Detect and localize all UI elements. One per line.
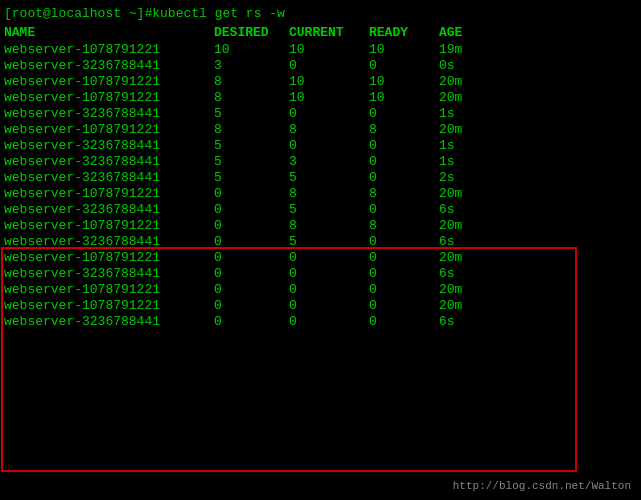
cell-current: 8 <box>289 186 369 201</box>
cell-name: webserver-3236788441 <box>4 234 214 249</box>
cell-name: webserver-3236788441 <box>4 106 214 121</box>
cell-ready: 8 <box>369 122 439 137</box>
cell-desired: 10 <box>214 42 289 57</box>
cell-name: webserver-3236788441 <box>4 202 214 217</box>
table-row: webserver-3236788441 0 0 0 6s <box>4 314 637 329</box>
cell-desired: 5 <box>214 170 289 185</box>
cell-age: 20m <box>439 218 499 233</box>
cell-current: 5 <box>289 170 369 185</box>
cell-ready: 10 <box>369 90 439 105</box>
cell-age: 2s <box>439 170 499 185</box>
cell-name: webserver-1078791221 <box>4 186 214 201</box>
cell-ready: 0 <box>369 170 439 185</box>
table-row: webserver-3236788441 0 5 0 6s <box>4 202 637 217</box>
cell-desired: 5 <box>214 106 289 121</box>
cell-current: 5 <box>289 202 369 217</box>
cell-name: webserver-1078791221 <box>4 122 214 137</box>
cell-name: webserver-3236788441 <box>4 58 214 73</box>
cell-desired: 8 <box>214 122 289 137</box>
cell-current: 10 <box>289 42 369 57</box>
cell-desired: 3 <box>214 58 289 73</box>
cell-name: webserver-1078791221 <box>4 250 214 265</box>
cell-ready: 0 <box>369 58 439 73</box>
cell-current: 0 <box>289 58 369 73</box>
cell-current: 5 <box>289 234 369 249</box>
cell-age: 20m <box>439 90 499 105</box>
cell-desired: 0 <box>214 282 289 297</box>
cell-age: 1s <box>439 138 499 153</box>
cell-ready: 0 <box>369 250 439 265</box>
cell-ready: 0 <box>369 138 439 153</box>
cell-ready: 8 <box>369 186 439 201</box>
header-current: CURRENT <box>289 25 369 40</box>
cell-ready: 0 <box>369 154 439 169</box>
cell-desired: 5 <box>214 138 289 153</box>
table-row: webserver-3236788441 0 5 0 6s <box>4 234 637 249</box>
cell-current: 0 <box>289 106 369 121</box>
cell-age: 6s <box>439 266 499 281</box>
cell-current: 0 <box>289 282 369 297</box>
cell-current: 8 <box>289 122 369 137</box>
watermark: http://blog.csdn.net/Walton <box>453 480 631 492</box>
header-ready: READY <box>369 25 439 40</box>
cell-current: 0 <box>289 298 369 313</box>
table-row: webserver-1078791221 0 0 0 20m <box>4 282 637 297</box>
cell-age: 0s <box>439 58 499 73</box>
cell-ready: 0 <box>369 314 439 329</box>
cell-age: 6s <box>439 202 499 217</box>
cell-current: 0 <box>289 266 369 281</box>
cell-ready: 0 <box>369 298 439 313</box>
cell-name: webserver-1078791221 <box>4 90 214 105</box>
cell-age: 20m <box>439 74 499 89</box>
table-row: webserver-3236788441 3 0 0 0s <box>4 58 637 73</box>
table-row: webserver-1078791221 8 8 8 20m <box>4 122 637 137</box>
header-name: NAME <box>4 25 214 40</box>
table-row: webserver-1078791221 8 10 10 20m <box>4 90 637 105</box>
cell-desired: 8 <box>214 90 289 105</box>
cell-desired: 0 <box>214 202 289 217</box>
cell-current: 10 <box>289 90 369 105</box>
cell-desired: 0 <box>214 266 289 281</box>
cell-current: 0 <box>289 250 369 265</box>
table-header: NAME DESIRED CURRENT READY AGE <box>4 25 637 40</box>
cell-ready: 0 <box>369 234 439 249</box>
cell-age: 20m <box>439 250 499 265</box>
table-row: webserver-3236788441 5 0 0 1s <box>4 138 637 153</box>
cell-desired: 0 <box>214 218 289 233</box>
cell-name: webserver-1078791221 <box>4 282 214 297</box>
command-text: [root@localhost ~]#kubectl get rs -w <box>4 6 285 21</box>
cell-desired: 0 <box>214 250 289 265</box>
cell-ready: 8 <box>369 218 439 233</box>
cell-age: 6s <box>439 314 499 329</box>
table-row: webserver-3236788441 5 0 0 1s <box>4 106 637 121</box>
cell-current: 10 <box>289 74 369 89</box>
table-body: webserver-1078791221 10 10 10 19m webser… <box>4 42 637 329</box>
cell-age: 20m <box>439 282 499 297</box>
cell-current: 3 <box>289 154 369 169</box>
cell-name: webserver-3236788441 <box>4 154 214 169</box>
cell-ready: 0 <box>369 106 439 121</box>
cell-age: 20m <box>439 122 499 137</box>
command-line: [root@localhost ~]#kubectl get rs -w <box>4 6 637 21</box>
cell-age: 6s <box>439 234 499 249</box>
cell-age: 20m <box>439 298 499 313</box>
cell-ready: 0 <box>369 266 439 281</box>
cell-name: webserver-1078791221 <box>4 42 214 57</box>
cell-name: webserver-3236788441 <box>4 266 214 281</box>
table-row: webserver-1078791221 0 0 0 20m <box>4 298 637 313</box>
header-desired: DESIRED <box>214 25 289 40</box>
cell-desired: 0 <box>214 314 289 329</box>
cell-name: webserver-3236788441 <box>4 314 214 329</box>
table-row: webserver-1078791221 0 8 8 20m <box>4 218 637 233</box>
cell-age: 19m <box>439 42 499 57</box>
cell-ready: 0 <box>369 202 439 217</box>
cell-current: 0 <box>289 138 369 153</box>
table-row: webserver-1078791221 0 8 8 20m <box>4 186 637 201</box>
table-row: webserver-1078791221 8 10 10 20m <box>4 74 637 89</box>
cell-age: 1s <box>439 154 499 169</box>
cell-desired: 8 <box>214 74 289 89</box>
cell-desired: 5 <box>214 154 289 169</box>
cell-name: webserver-1078791221 <box>4 218 214 233</box>
table-row: webserver-3236788441 0 0 0 6s <box>4 266 637 281</box>
table-row: webserver-3236788441 5 5 0 2s <box>4 170 637 185</box>
